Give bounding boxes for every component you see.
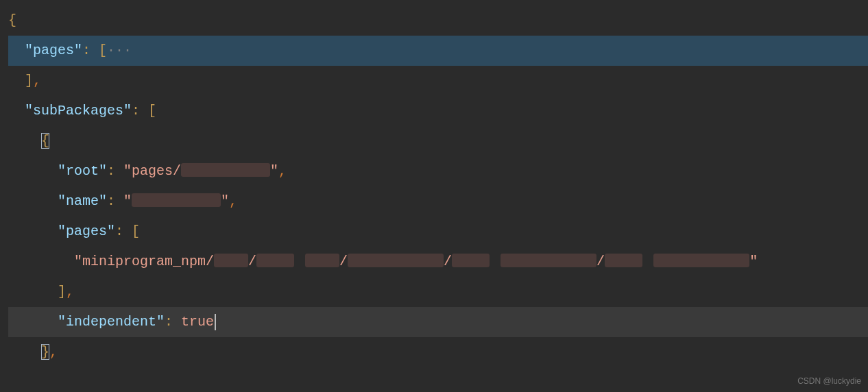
code-line-current: "independent": true [8, 307, 868, 337]
redacted-text [256, 254, 294, 267]
code-line: }, [8, 337, 868, 367]
redacted-text [181, 163, 270, 177]
json-bool: true [181, 314, 214, 330]
code-line: { [8, 126, 868, 156]
code-line: ], [8, 66, 868, 96]
code-line: "pages": [ [8, 217, 868, 247]
brace-close-highlighted: } [41, 344, 49, 360]
json-key: "pages" [58, 223, 115, 239]
redacted-text [305, 254, 339, 267]
redacted-text [214, 254, 248, 267]
code-line-highlighted: "pages": [··· [8, 36, 868, 66]
json-key: "root" [58, 163, 107, 179]
watermark: CSDN @luckydie [797, 375, 861, 388]
redacted-text [348, 254, 444, 267]
json-key: "subPackages" [25, 103, 132, 119]
brace-open: { [8, 12, 16, 28]
redacted-text [132, 193, 221, 207]
code-line: { [8, 5, 868, 36]
code-line: "miniprogram_npm/////" [8, 247, 868, 277]
code-line: "name": "", [8, 186, 868, 217]
fold-indicator[interactable]: ··· [107, 42, 132, 58]
code-line: "subPackages": [ [8, 96, 868, 126]
redacted-text [501, 254, 596, 267]
json-key: "pages" [25, 42, 82, 58]
text-cursor [215, 314, 216, 330]
redacted-text [452, 254, 490, 267]
code-editor[interactable]: { "pages": [··· ], "subPackages": [ { "r… [0, 0, 868, 367]
code-line: ], [8, 277, 868, 307]
brace-open-highlighted: { [41, 133, 49, 149]
code-line: "root": "pages/", [8, 156, 868, 186]
json-key: "independent" [58, 314, 165, 330]
redacted-text [653, 254, 749, 267]
redacted-text [605, 254, 642, 267]
json-key: "name" [58, 193, 107, 209]
